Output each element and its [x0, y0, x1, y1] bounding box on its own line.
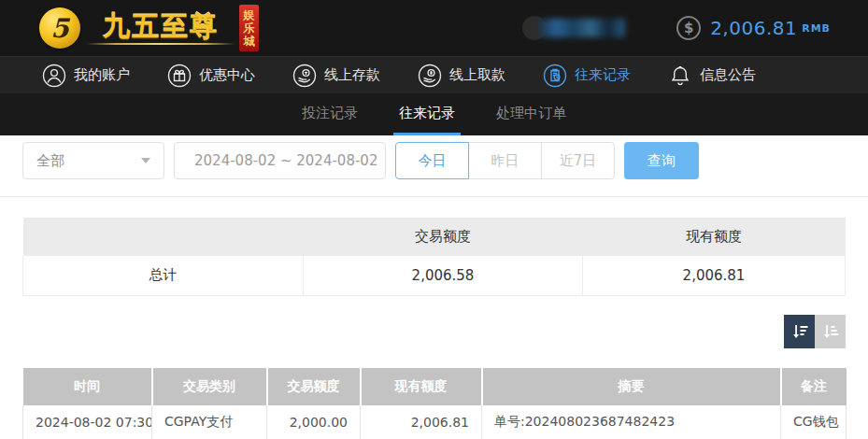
col-header-type: 交易类别: [152, 368, 267, 405]
summary-total-row: 总计 2,006.58 2,006.81: [23, 256, 846, 295]
summary-header-trade-amount: 交易额度: [304, 218, 583, 256]
summary-table: 交易额度 现有额度 总计 2,006.58 2,006.81: [22, 218, 846, 296]
quick-btn-today[interactable]: 今日: [395, 142, 469, 179]
sort-ascending-icon: [821, 322, 840, 341]
sort-ascending-button[interactable]: [815, 315, 846, 348]
quick-date-group: 今日 昨日 近7日: [395, 142, 615, 179]
currency-label: RMB: [802, 22, 831, 35]
col-header-note: 备注: [781, 368, 847, 405]
col-header-current-amount: 现有额度: [361, 368, 482, 405]
nav-item-deposit[interactable]: 线上存款: [292, 64, 380, 88]
date-range-input[interactable]: 2024-08-02 ~ 2024-08-02: [174, 142, 386, 179]
type-select-value: 全部: [36, 152, 64, 170]
section-divider: [0, 196, 868, 197]
nav-label: 我的账户: [74, 66, 130, 84]
gift-icon: [167, 64, 192, 88]
balance-display[interactable]: $ 2,006.81 RMB: [676, 16, 831, 40]
sort-descending-button[interactable]: [784, 315, 815, 348]
nav-label: 信息公告: [700, 66, 756, 84]
top-bar: 5 九五至尊 娱乐城 $ 2,006.81 RMB: [0, 0, 868, 56]
main-nav: 我的账户 优惠中心 线上存款 线上取款 往来记录: [0, 56, 868, 93]
balance-amount: 2,006.81: [710, 17, 797, 39]
summary-header-current-amount: 现有额度: [583, 218, 846, 256]
deposit-icon: [292, 64, 317, 88]
date-range-value: 2024-08-02 ~ 2024-08-02: [194, 152, 377, 169]
nav-label: 优惠中心: [199, 66, 255, 84]
summary-header-empty: [23, 218, 304, 256]
site-logo[interactable]: 5 九五至尊 娱乐城: [39, 5, 259, 51]
user-icon: [42, 64, 66, 88]
username-redacted[interactable]: [539, 19, 625, 37]
sort-controls: [22, 315, 846, 348]
records-header-row: 时间 交易类别 交易额度 现有额度 摘要 备注: [23, 368, 847, 405]
records-icon: [543, 64, 567, 88]
type-select[interactable]: 全部: [22, 142, 164, 179]
cell-time: 2024-08-02 07:30:06: [23, 405, 152, 439]
logo-flourish-divider: [86, 43, 235, 45]
nav-item-my-account[interactable]: 我的账户: [42, 64, 130, 88]
main-content: 全部 2024-08-02 ~ 2024-08-02 今日 昨日 近7日 查询 …: [0, 135, 868, 439]
summary-current-amount-value: 2,006.81: [583, 256, 846, 295]
cell-current-amount: 2,006.81: [361, 405, 482, 439]
logo-95-icon: 5: [39, 7, 80, 49]
nav-label: 线上存款: [324, 66, 380, 84]
cell-summary: 单号:202408023687482423: [482, 405, 781, 439]
nav-item-announcements[interactable]: 信息公告: [668, 64, 756, 88]
cell-note: CG钱包: [781, 405, 847, 439]
filter-row: 全部 2024-08-02 ~ 2024-08-02 今日 昨日 近7日 查询: [22, 135, 846, 179]
sub-tab-bar: 投注记录 往来记录 处理中订单: [0, 93, 868, 135]
nav-item-withdraw[interactable]: 线上取款: [418, 64, 505, 88]
logo-badge: 娱乐城: [239, 5, 259, 51]
nav-item-transactions[interactable]: 往来记录: [543, 64, 631, 88]
nav-item-promotions[interactable]: 优惠中心: [167, 64, 255, 88]
chevron-down-icon: [141, 158, 150, 163]
search-button[interactable]: 查询: [624, 142, 699, 179]
user-section: $ 2,006.81 RMB: [522, 16, 831, 40]
quick-btn-yesterday[interactable]: 昨日: [468, 142, 542, 179]
col-header-time: 时间: [23, 368, 152, 405]
dollar-coin-icon: $: [676, 16, 701, 40]
tab-bet-records[interactable]: 投注记录: [296, 93, 363, 135]
cell-trade-amount: 2,000.00: [267, 405, 361, 439]
tab-pending-orders[interactable]: 处理中订单: [491, 93, 572, 135]
col-header-summary: 摘要: [482, 368, 781, 405]
summary-trade-amount-value: 2,006.58: [304, 256, 583, 295]
withdraw-icon: [418, 64, 442, 88]
col-header-trade-amount: 交易额度: [267, 368, 361, 405]
records-table: 时间 交易类别 交易额度 现有额度 摘要 备注 2024-08-02 07:30…: [22, 368, 847, 439]
nav-label: 往来记录: [575, 66, 631, 84]
tab-transaction-records[interactable]: 往来记录: [393, 93, 461, 135]
sort-descending-icon: [790, 322, 809, 341]
bell-icon: [668, 64, 692, 88]
summary-total-label: 总计: [23, 256, 304, 295]
logo-title: 九五至尊: [103, 12, 219, 40]
table-row: 2024-08-02 07:30:06 CGPAY支付 2,000.00 2,0…: [23, 405, 847, 439]
logo-text-block: 九五至尊: [86, 12, 235, 45]
quick-btn-last7days[interactable]: 近7日: [541, 142, 615, 179]
nav-label: 线上取款: [449, 66, 505, 84]
cell-type: CGPAY支付: [152, 405, 267, 439]
